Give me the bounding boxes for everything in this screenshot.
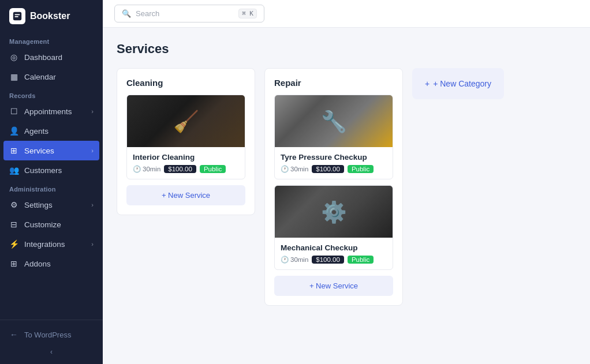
sidebar-item-label: Addons [24, 260, 51, 268]
service-meta: 🕐 30min $100.00 Public [133, 165, 239, 173]
sidebar-item-settings[interactable]: ⚙ Settings › [0, 195, 103, 215]
service-image-tyre [275, 95, 393, 147]
sidebar-item-calendar[interactable]: ▦ Calendar [0, 67, 103, 87]
sidebar-item-dashboard[interactable]: ◎ Dashboard [0, 47, 103, 67]
app-name: Bookster [30, 11, 70, 21]
services-chevron: › [91, 147, 94, 154]
page-title: Services [117, 42, 576, 57]
settings-chevron: › [91, 201, 94, 208]
sidebar-item-agents[interactable]: 👤 Agents [0, 121, 103, 141]
service-card-mechanical-checkup[interactable]: Mechanical Checkup 🕐 30min $100.00 Publi… [274, 185, 393, 270]
clock-icon: 🕐 [281, 256, 289, 264]
add-service-button-repair[interactable]: + New Service [274, 276, 393, 296]
service-image-cleaning [127, 95, 245, 147]
category-title: Cleaning [126, 78, 245, 88]
appointments-icon: ☐ [9, 107, 18, 116]
sidebar-item-customers[interactable]: 👥 Customers [0, 160, 103, 180]
sidebar-item-wordpress[interactable]: ← To WordPress [0, 325, 103, 344]
sidebar-item-customize[interactable]: ⊟ Customize [0, 215, 103, 234]
search-box[interactable]: 🔍 Search ⌘ K [114, 5, 264, 22]
add-category-button[interactable]: + + New Category [412, 68, 504, 99]
page-content: Services Cleaning Interior Cleaning 🕐 30… [103, 28, 590, 364]
add-service-button-cleaning[interactable]: + New Service [126, 185, 245, 205]
plus-icon: + [425, 79, 430, 88]
sidebar: Bookster Management ◎ Dashboard ▦ Calend… [0, 0, 103, 364]
sidebar-collapse-button[interactable]: ‹ [0, 344, 103, 359]
service-card-interior-cleaning[interactable]: Interior Cleaning 🕐 30min $100.00 Public [126, 95, 245, 179]
clock-icon: 🕐 [281, 165, 289, 173]
service-image-mechanical [275, 186, 393, 238]
service-card-body: Interior Cleaning 🕐 30min $100.00 Public [127, 147, 245, 179]
service-card-body: Mechanical Checkup 🕐 30min $100.00 Publi… [275, 238, 393, 269]
add-category-label: + New Category [433, 79, 491, 88]
service-price: $100.00 [164, 165, 196, 173]
service-card-tyre-pressure[interactable]: Tyre Pressure Checkup 🕐 30min $100.00 Pu… [274, 95, 393, 179]
category-title: Repair [274, 78, 393, 88]
settings-icon: ⚙ [9, 200, 18, 209]
sidebar-footer: ← To WordPress ‹ [0, 320, 103, 364]
category-card-repair: Repair Tyre Pressure Checkup 🕐 30min $10… [264, 68, 403, 306]
service-visibility: Public [348, 165, 374, 173]
svg-rect-1 [15, 14, 20, 15]
sidebar-item-appointments[interactable]: ☐ Appointments › [0, 102, 103, 121]
administration-section-label: Administration [0, 180, 103, 195]
calendar-icon: ▦ [9, 72, 18, 81]
records-section-label: Records [0, 87, 103, 102]
service-name: Tyre Pressure Checkup [281, 153, 387, 162]
addons-icon: ⊞ [9, 259, 18, 268]
search-placeholder: Search [136, 9, 234, 18]
appointments-chevron: › [91, 108, 94, 115]
sidebar-item-label: Calendar [24, 73, 56, 81]
search-kbd: ⌘ K [238, 9, 257, 18]
service-visibility: Public [200, 165, 226, 173]
service-duration: 🕐 30min [133, 165, 160, 173]
service-duration: 🕐 30min [281, 165, 308, 173]
sidebar-item-label: Customize [24, 220, 61, 229]
categories-grid: Cleaning Interior Cleaning 🕐 30min $100.… [117, 68, 576, 306]
services-icon: ⊞ [9, 146, 18, 155]
sidebar-item-label: To WordPress [24, 331, 71, 339]
service-price: $100.00 [312, 165, 344, 173]
customize-icon: ⊟ [9, 220, 18, 229]
customers-icon: 👥 [9, 166, 18, 175]
sidebar-item-label: Customers [24, 166, 62, 175]
service-card-body: Tyre Pressure Checkup 🕐 30min $100.00 Pu… [275, 147, 393, 179]
service-name: Mechanical Checkup [281, 243, 387, 252]
service-duration: 🕐 30min [281, 256, 308, 264]
sidebar-item-label: Services [24, 147, 54, 155]
service-visibility: Public [348, 256, 374, 264]
main-content: 🔍 Search ⌘ K Services Cleaning Interior … [103, 0, 590, 364]
wordpress-icon: ← [9, 330, 18, 339]
dashboard-icon: ◎ [9, 52, 18, 62]
integrations-icon: ⚡ [9, 239, 18, 249]
integrations-chevron: › [91, 241, 94, 247]
top-bar: 🔍 Search ⌘ K [103, 0, 590, 28]
app-logo[interactable]: Bookster [0, 0, 103, 32]
sidebar-item-label: Appointments [24, 107, 72, 116]
management-section-label: Management [0, 32, 103, 47]
sidebar-item-label: Integrations [24, 240, 65, 249]
service-name: Interior Cleaning [133, 153, 239, 162]
service-price: $100.00 [312, 256, 344, 264]
category-card-cleaning: Cleaning Interior Cleaning 🕐 30min $100.… [117, 68, 255, 215]
sidebar-item-services[interactable]: ⊞ Services › [3, 141, 99, 160]
sidebar-item-label: Settings [24, 201, 53, 209]
service-meta: 🕐 30min $100.00 Public [281, 256, 387, 264]
sidebar-item-label: Agents [24, 127, 48, 136]
sidebar-item-addons[interactable]: ⊞ Addons [0, 254, 103, 273]
logo-icon [9, 8, 25, 24]
sidebar-item-label: Dashboard [24, 53, 62, 62]
svg-rect-2 [15, 16, 18, 17]
sidebar-item-integrations[interactable]: ⚡ Integrations › [0, 234, 103, 254]
agents-icon: 👤 [9, 126, 18, 136]
service-meta: 🕐 30min $100.00 Public [281, 165, 387, 173]
clock-icon: 🕐 [133, 165, 141, 173]
search-icon: 🔍 [122, 9, 131, 18]
